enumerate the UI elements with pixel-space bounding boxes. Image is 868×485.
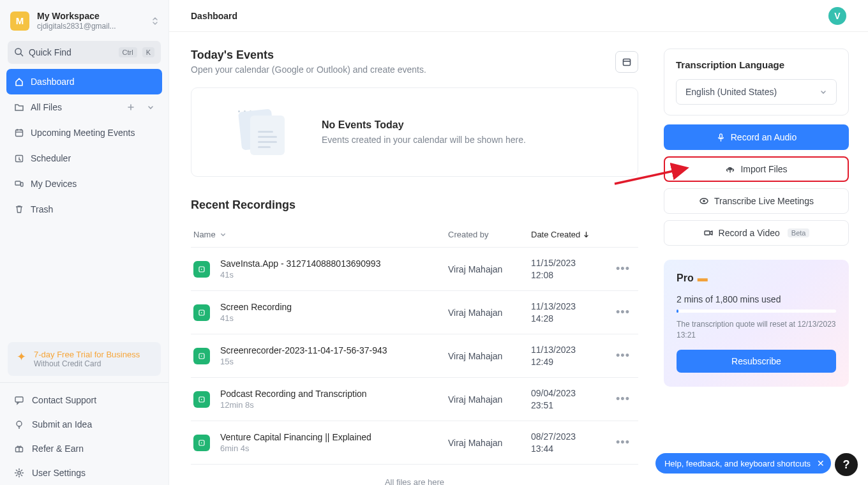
gear-icon	[14, 468, 24, 478]
events-empty-title: No Events Today	[322, 119, 526, 131]
nav-upcoming-label: Upcoming Meeting Events	[31, 128, 135, 138]
user-settings-label: User Settings	[32, 468, 86, 478]
nav-devices[interactable]: My Devices	[6, 171, 162, 197]
workspace-switcher[interactable]: M My Workspace cjdigitals2831@gmail...	[0, 0, 168, 38]
file-icon	[193, 261, 210, 278]
pro-note: The transcription quote will reset at 12…	[677, 319, 836, 341]
svg-point-15	[18, 472, 20, 474]
key-k: K	[142, 47, 154, 57]
avatar[interactable]: V	[828, 7, 846, 25]
refer-earn[interactable]: Refer & Earn	[0, 436, 168, 461]
sidebar-bottom: Contact Support Submit an Idea Refer & E…	[0, 382, 168, 485]
plus-icon[interactable]	[126, 103, 135, 112]
tl-value: English (United States)	[685, 87, 777, 97]
trial-card[interactable]: ✦ 7-day Free Trial for Business Without …	[8, 342, 161, 376]
calendar-icon	[14, 128, 24, 138]
events-title: Today's Events	[191, 48, 615, 62]
table-row[interactable]: Venture Capital Financing || Explained 6…	[191, 421, 638, 465]
chevron-updown-icon	[152, 16, 158, 26]
nav: Dashboard All Files Upcoming Meeting Eve…	[0, 69, 168, 222]
events-illustration	[232, 107, 296, 158]
row-actions[interactable]: •••	[608, 436, 638, 449]
file-name: SaveInsta.App - 3127140888013690993	[220, 258, 380, 269]
nav-trash-label: Trash	[31, 204, 53, 214]
arrow-down-icon	[583, 231, 590, 239]
nav-upcoming[interactable]: Upcoming Meeting Events	[6, 120, 162, 146]
file-icon	[193, 304, 210, 321]
file-duration: 41s	[220, 313, 292, 323]
import-files-button[interactable]: Import Files	[664, 156, 849, 182]
scheduler-icon	[14, 153, 24, 163]
chevron-down-icon[interactable]	[147, 103, 154, 111]
gift-icon	[14, 444, 24, 454]
nav-scheduler-label: Scheduler	[31, 153, 71, 163]
transcribe-live-button[interactable]: Transcribe Live Meetings	[664, 188, 849, 214]
svg-rect-2	[16, 130, 23, 136]
beta-badge: Beta	[788, 228, 810, 237]
help-pill[interactable]: Help, feedback, and keyboard shortcuts ✕	[655, 453, 831, 474]
transcription-language-card: Transcription Language English (United S…	[664, 48, 849, 116]
help-fab[interactable]: ?	[835, 453, 858, 476]
sidebar: M My Workspace cjdigitals2831@gmail... Q…	[0, 0, 169, 485]
col-date-header[interactable]: Date Created	[531, 230, 608, 239]
nav-all-files[interactable]: All Files	[6, 94, 162, 120]
submit-idea[interactable]: Submit an Idea	[0, 412, 168, 436]
file-duration: 12min 8s	[220, 400, 367, 410]
nav-trash[interactable]: Trash	[6, 197, 162, 222]
help-pill-label: Help, feedback, and keyboard shortcuts	[664, 459, 811, 468]
recent-table: Name Created by Date Created SaveInsta.A…	[191, 222, 638, 465]
col-name-header[interactable]: Name	[191, 230, 448, 239]
record-video-button[interactable]: Record a Video Beta	[664, 220, 849, 246]
created-by: Viraj Mahajan	[448, 308, 502, 318]
table-row[interactable]: Screenrecorder-2023-11-04-17-56-37-943 1…	[191, 334, 638, 378]
nav-dashboard[interactable]: Dashboard	[6, 69, 162, 94]
file-icon	[193, 348, 210, 364]
live-icon	[699, 196, 709, 206]
user-settings[interactable]: User Settings	[0, 461, 168, 485]
tl-select[interactable]: English (United States)	[676, 79, 837, 105]
svg-rect-8	[21, 183, 24, 186]
resubscribe-button[interactable]: Resubscribe	[677, 350, 836, 373]
row-actions[interactable]: •••	[608, 306, 638, 319]
svg-rect-23	[719, 133, 722, 138]
events-empty: No Events Today Events created in your c…	[191, 87, 638, 177]
file-duration: 41s	[220, 270, 380, 280]
file-name: Screen Recording	[220, 302, 292, 312]
quick-find[interactable]: Quick Find Ctrl K	[8, 41, 161, 64]
pro-card: Pro▬ 2 mins of 1,800 mins used The trans…	[664, 260, 849, 387]
col-created-header[interactable]: Created by	[448, 230, 531, 239]
file-icon	[193, 435, 210, 451]
record-audio-button[interactable]: Record an Audio	[664, 124, 849, 150]
table-row[interactable]: Screen Recording 41s Viraj Mahajan 11/13…	[191, 291, 638, 334]
nav-scheduler[interactable]: Scheduler	[6, 146, 162, 171]
table-row[interactable]: SaveInsta.App - 3127140888013690993 41s …	[191, 248, 638, 291]
table-row[interactable]: Podcast Recording and Transcription 12mi…	[191, 378, 638, 421]
record-audio-label: Record an Audio	[731, 132, 797, 142]
close-icon[interactable]: ✕	[817, 458, 825, 468]
pro-title: Pro▬	[677, 272, 836, 284]
svg-rect-9	[15, 397, 23, 402]
file-duration: 15s	[220, 357, 387, 366]
crown-icon: ▬	[698, 272, 708, 284]
home-icon	[14, 77, 24, 87]
key-ctrl: Ctrl	[119, 47, 137, 57]
chat-icon	[14, 395, 24, 405]
date-created: 11/13/202312:49	[531, 344, 608, 367]
contact-support[interactable]: Contact Support	[0, 388, 168, 412]
folder-icon	[14, 102, 24, 112]
nav-all-files-label: All Files	[31, 102, 62, 112]
chevron-down-icon	[819, 88, 827, 96]
file-icon	[193, 391, 210, 408]
svg-line-1	[20, 54, 22, 56]
calendar-button[interactable]	[615, 51, 638, 73]
svg-rect-16	[624, 59, 631, 66]
col-date-label: Date Created	[531, 230, 580, 239]
pro-usage: 2 mins of 1,800 mins used	[677, 294, 836, 304]
row-actions[interactable]: •••	[608, 392, 638, 406]
created-by: Viraj Mahajan	[448, 264, 502, 274]
svg-rect-7	[15, 181, 20, 185]
nav-dashboard-label: Dashboard	[31, 77, 75, 87]
file-name: Venture Capital Financing || Explained	[220, 432, 371, 442]
row-actions[interactable]: •••	[608, 262, 638, 276]
row-actions[interactable]: •••	[608, 349, 638, 362]
